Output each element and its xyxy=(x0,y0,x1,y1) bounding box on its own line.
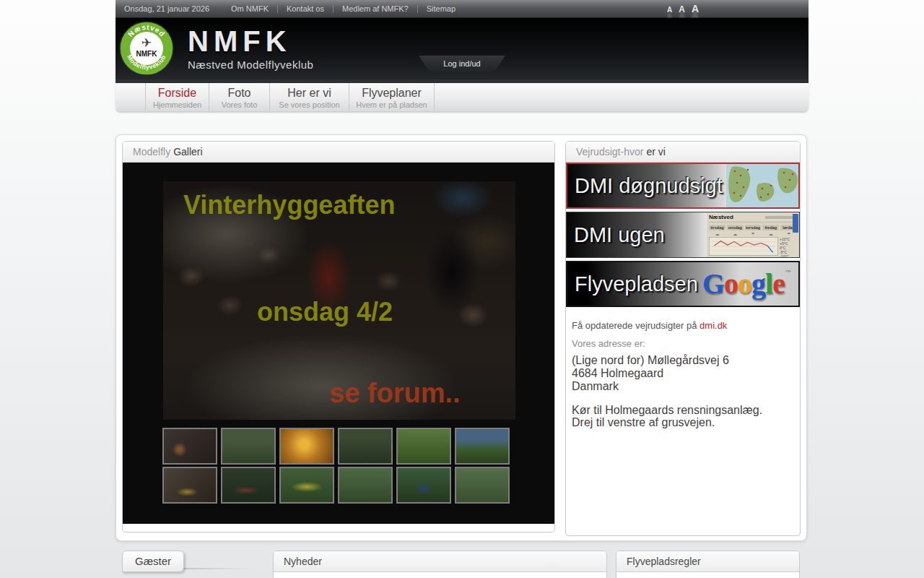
dmi-link[interactable]: dmi.dk xyxy=(699,320,727,331)
tab-flyveplaner[interactable]: Flyveplaner Hvem er på pladsen xyxy=(349,83,435,111)
slide-caption-forum: se forum.. xyxy=(329,378,461,409)
cloud-icon: ☁ xyxy=(727,231,744,236)
site-title: NMFK xyxy=(188,27,313,56)
address-section: Få opdaterede vejrudsigter på dmi.dk Vor… xyxy=(566,307,800,429)
temperature-chart xyxy=(709,237,778,256)
tab-foto[interactable]: Foto Vores foto xyxy=(209,83,270,111)
gallery-thumbnail[interactable] xyxy=(455,428,510,465)
tab-forside[interactable]: Forside Hjemmesiden xyxy=(146,83,209,111)
driving-directions: Kør til Holmegaards rensningsanlæg. Drej… xyxy=(572,405,794,429)
gallery-thumbnail[interactable] xyxy=(162,467,217,504)
slideshow-main-image[interactable]: Vinterhyggeaften onsdag 4/2 se forum.. xyxy=(163,181,515,420)
weather-panel-header: Vejrudsigt-hvorer vi xyxy=(566,142,800,163)
font-size-small-button[interactable]: A xyxy=(667,7,672,14)
widget-weather-icons: ☁ ☁ ☂ ☁ ☂ xyxy=(709,231,797,236)
top-link-medlem[interactable]: Medlem af NMFK? xyxy=(334,4,417,13)
widget-city: Næstved xyxy=(709,214,733,220)
font-size-large-button[interactable]: A xyxy=(692,4,699,14)
gallery-thumbnail[interactable] xyxy=(279,428,334,465)
gallery-thumbnail[interactable] xyxy=(455,467,510,504)
address-line: 4684 Holmegaard xyxy=(572,368,794,380)
gallery-thumbnail[interactable] xyxy=(396,428,451,465)
brand-block: NMFK Næstved Modelflyveklub xyxy=(188,27,313,71)
top-link-om-nmfk[interactable]: Om NMFK xyxy=(222,4,277,13)
current-date: Onsdag, 21 januar 2026 xyxy=(124,4,209,13)
club-logo[interactable]: Næstved Modelflyveklub ✈ NMFK xyxy=(119,21,174,76)
news-panel-header: Nyheder xyxy=(274,551,606,572)
guests-tab[interactable]: Gæster xyxy=(122,551,184,572)
top-utility-bar: Onsdag, 21 januar 2026 Om NMFK Kontakt o… xyxy=(116,0,808,18)
cloud-icon: ☁ xyxy=(709,231,725,236)
slide-caption-date: onsdag 4/2 xyxy=(257,297,393,327)
top-link-sitemap[interactable]: Sitemap xyxy=(418,4,464,13)
divider xyxy=(333,5,334,13)
divider xyxy=(417,5,418,13)
gallery-panel-header: ModelflyGalleri xyxy=(123,142,554,163)
gallery-thumbnail[interactable] xyxy=(396,467,451,504)
weather-panel: Vejrudsigt-hvorer vi DMI døgnudsigt xyxy=(565,141,801,536)
tab-her-er-vi[interactable]: Her er vi Se vores position xyxy=(270,83,349,111)
denmark-map-icon xyxy=(726,164,798,207)
content-wrapper: ModelflyGalleri Vinterhyggeaften onsdag … xyxy=(116,134,807,541)
address-lines: (Lige nord for) Møllegårdsvej 6 4684 Hol… xyxy=(572,355,794,392)
rules-panel: Flyvepladsregler ⬇ xyxy=(616,551,800,578)
page-column: Onsdag, 21 januar 2026 Om NMFK Kontakt o… xyxy=(116,0,808,578)
top-link-kontakt[interactable]: Kontakt os xyxy=(278,4,333,13)
news-body: 2026 Kalender for NMFK: xyxy=(274,572,606,578)
gallery-body: Vinterhyggeaften onsdag 4/2 se forum.. xyxy=(123,163,554,524)
slide-caption-title: Vinterhyggeaften xyxy=(183,190,395,220)
font-size-controls: A A A xyxy=(667,4,699,14)
logo-center-text: NMFK xyxy=(136,50,158,58)
site-subtitle: Næstved Modelflyveklub xyxy=(188,59,313,71)
gallery-thumbnail[interactable] xyxy=(338,467,393,504)
dmi-note: Få opdaterede vejrudsigter på dmi.dk xyxy=(572,320,794,331)
widget-temp-labels: +10°C +5°C 0°C -5°C -10°C xyxy=(778,237,790,258)
address-line: (Lige nord for) Møllegårdsvej 6 xyxy=(572,355,794,367)
directions-line: Kør til Holmegaards rensningsanlæg. xyxy=(572,405,794,417)
news-panel: Nyheder 2026 Kalender for NMFK: xyxy=(273,551,607,578)
guests-box: Gæster Ingen xyxy=(122,551,266,578)
gallery-thumbnail[interactable] xyxy=(221,428,276,465)
address-line: Danmark xyxy=(572,381,794,393)
airplane-icon: ✈ xyxy=(141,36,152,50)
gallery-thumbnail[interactable] xyxy=(279,467,334,504)
divider xyxy=(178,568,252,569)
trademark-symbol: ™ xyxy=(785,269,790,276)
thumbnail-strip xyxy=(162,428,518,504)
gallery-thumbnail[interactable] xyxy=(338,428,393,465)
login-logout-button[interactable]: Log ind/ud xyxy=(419,56,505,72)
nav-spacer xyxy=(116,83,146,111)
address-label: Vores adresse er: xyxy=(572,338,794,349)
dmi-week-forecast-banner[interactable]: DMI ugen Næstved tirsdag onsdag torsdag … xyxy=(566,212,800,258)
font-size-medium-button[interactable]: A xyxy=(679,5,685,14)
rain-icon: ☂ xyxy=(745,231,762,236)
directions-line: Drej til venstre af grusvejen. xyxy=(572,417,794,429)
gallery-thumbnail[interactable] xyxy=(162,428,217,465)
google-maps-airfield-banner[interactable]: Flyvepladsen Google™ xyxy=(566,261,800,307)
week-forecast-widget: Næstved tirsdag onsdag torsdag fredag lø… xyxy=(707,212,799,257)
gallery-thumbnail[interactable] xyxy=(221,467,276,504)
widget-day-labels: tirsdag onsdag torsdag fredag lørdag xyxy=(709,225,797,230)
bottom-row: Gæster Ingen Nyheder 2026 Kalender for N… xyxy=(116,548,808,578)
widget-subtitle-bar xyxy=(709,221,797,223)
site-header: Næstved Modelflyveklub ✈ NMFK NMFK Næstv… xyxy=(116,18,808,79)
gallery-panel: ModelflyGalleri Vinterhyggeaften onsdag … xyxy=(122,141,555,532)
google-logo: Google™ xyxy=(702,269,790,298)
divider xyxy=(277,5,278,13)
cloud-icon: ☁ xyxy=(762,231,779,236)
widget-toolbar xyxy=(793,214,798,233)
rules-panel-header: Flyvepladsregler xyxy=(616,551,799,572)
dmi-day-forecast-banner[interactable]: DMI døgnudsigt xyxy=(566,163,800,209)
main-navigation: Forside Hjemmesiden Foto Vores foto Her … xyxy=(116,79,808,111)
